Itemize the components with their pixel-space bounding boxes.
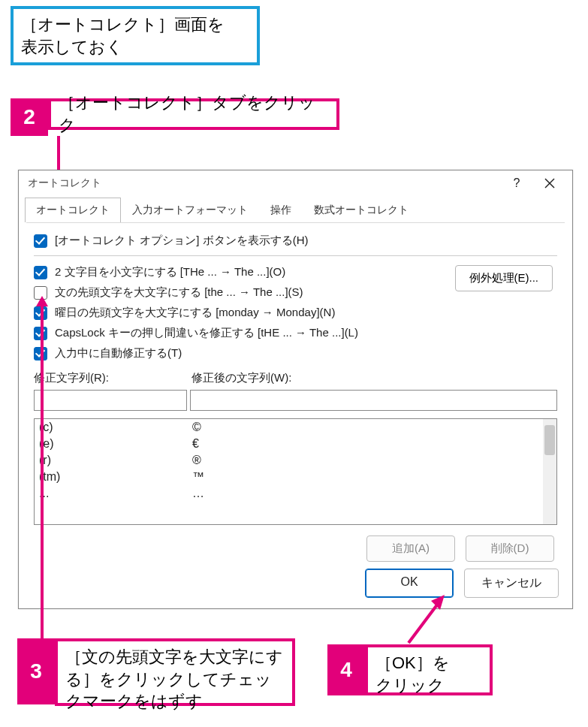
checkbox-show-button[interactable] [34,234,47,248]
option-label: 2 文字目を小文字にする [THe ... → The ...](O) [55,265,285,279]
tab-autocorrect[interactable]: オートコレクト [25,198,121,222]
option-label: [オートコレクト オプション] ボタンを表示する(H) [55,234,309,248]
close-button[interactable] [533,172,566,195]
dialog-title: オートコレクト [28,176,500,190]
button-label: 例外処理(E)... [469,271,539,284]
callout-text: ［オートコレクト］画面を 表示しておく [21,15,225,56]
option-label: 曜日の先頭文字を大文字にする [monday → Monday](N) [55,306,335,320]
tab-label: 入力オートフォーマット [132,204,248,216]
scrollbar[interactable] [543,419,556,524]
option-label: CapsLock キーの押し間違いを修正する [tHE ... → The ..… [55,326,358,340]
tab-autoformat[interactable]: 入力オートフォーマット [121,198,259,222]
callout-step3: ［文の先頭文字を大文字にする］をクリックしてチェックマークをはずす [55,638,295,706]
step-badge-4: 4 [327,644,365,695]
autocorrect-dialog: オートコレクト ? オートコレクト 入力オートフォーマット 操作 数式オートコレ… [18,170,573,609]
option-show-button: [オートコレクト オプション] ボタンを表示する(H) [34,231,557,251]
step-number: 4 [340,658,352,682]
tab-label: 数式オートコレクト [314,204,409,216]
option-label: 入力中に自動修正する(T) [55,346,182,360]
list-item[interactable]: (tm) ™ [35,469,543,485]
cell-to: ® [192,454,201,467]
input-with[interactable] [190,390,557,411]
cell-from: (r) [39,454,192,467]
label-with: 修正後の文字列(W): [191,371,291,385]
list-item[interactable]: ... … [35,485,543,502]
scrollbar-thumb[interactable] [544,425,555,455]
delete-button[interactable]: 削除(D) [466,535,554,562]
help-button[interactable]: ? [500,172,533,195]
close-icon [544,178,555,189]
step-number: 2 [23,105,35,129]
button-label: OK [400,575,418,588]
button-label: 削除(D) [491,541,529,554]
replacement-list[interactable]: (c) © (e) € (r) ® (tm) ™ [34,418,557,525]
checkbox-replace-as-type[interactable] [34,347,47,360]
list-item[interactable]: (r) ® [35,452,543,469]
replace-section: 修正文字列(R): 修正後の文字列(W): (c) © (e) € [34,370,557,565]
label-replace: 修正文字列(R): [34,371,191,385]
cell-to: € [192,437,199,451]
cell-to: © [192,421,201,434]
list-item[interactable]: (c) © [35,419,543,436]
callout-text: ［オートコレクト］タブをクリック [59,92,329,136]
tab-label: オートコレクト [36,204,110,216]
callout-step4: ［OK］を クリック [365,644,493,695]
cell-to: … [192,487,204,500]
step-badge-3: 3 [17,638,55,704]
help-icon: ? [514,176,520,190]
button-label: 追加(A) [392,541,430,554]
tab-bar: オートコレクト 入力オートフォーマット 操作 数式オートコレクト [19,196,572,222]
dialog-footer: OK キャンセル [365,569,559,598]
input-replace[interactable] [34,390,187,411]
option-label: 文の先頭文字を大文字にする [the ... → The ...](S) [55,285,303,300]
callout-step2: ［オートコレクト］タブをクリック [48,98,339,130]
tab-math[interactable]: 数式オートコレクト [303,198,420,222]
callout-text: ［文の先頭文字を大文字にする］をクリックしてチェックマークをはずす [65,647,283,710]
callout-display-autocorrect: ［オートコレクト］画面を 表示しておく [11,6,260,65]
option-replace-as-type: 入力中に自動修正する(T) [34,343,557,364]
cancel-button[interactable]: キャンセル [464,569,559,598]
tab-label: 操作 [270,204,291,216]
step-number: 3 [30,659,42,683]
exceptions-button[interactable]: 例外処理(E)... [455,265,553,291]
divider [34,255,557,256]
cell-to: ™ [192,470,204,484]
cell-from: (tm) [39,470,192,484]
list-item[interactable]: (e) € [35,436,543,452]
option-capslock: CapsLock キーの押し間違いを修正する [tHE ... → The ..… [34,323,557,343]
checkbox-sentence-cap[interactable] [34,286,47,300]
step-badge-2: 2 [11,98,48,136]
add-button[interactable]: 追加(A) [366,535,455,562]
callout-text: ［OK］を クリック [375,653,450,695]
tab-actions[interactable]: 操作 [259,198,303,222]
checkbox-weekday-cap[interactable] [34,306,47,320]
button-label: キャンセル [481,576,541,589]
replace-labels: 修正文字列(R): 修正後の文字列(W): [34,370,557,387]
cell-from: (c) [39,421,192,434]
checkbox-capslock[interactable] [34,327,47,340]
cell-from: ... [39,487,192,500]
option-weekday-cap: 曜日の先頭文字を大文字にする [monday → Monday](N) [34,303,557,323]
ok-button[interactable]: OK [365,569,454,598]
checkbox-second-char[interactable] [34,266,47,279]
cell-from: (e) [39,437,192,451]
dialog-titlebar: オートコレクト ? [19,170,572,196]
